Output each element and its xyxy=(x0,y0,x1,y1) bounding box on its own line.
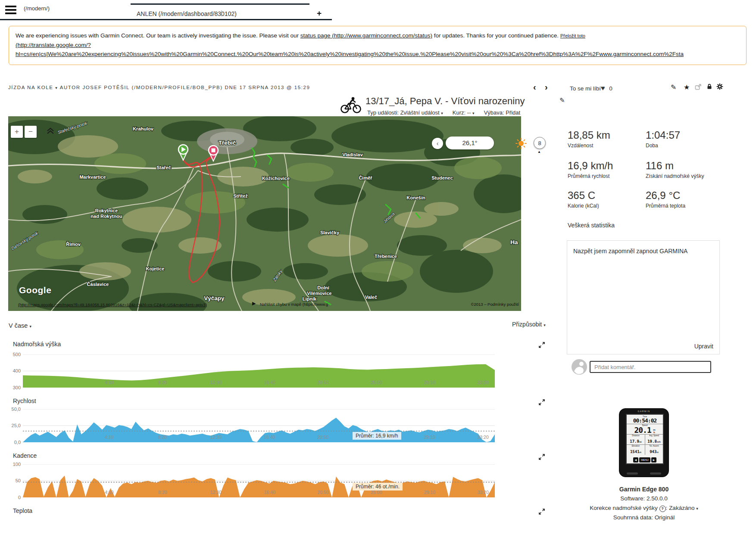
share-icon[interactable] xyxy=(695,84,702,92)
weather-back-chevron[interactable]: ‹ xyxy=(432,138,443,149)
likes[interactable]: To se mi líbí♥ 0 xyxy=(570,84,612,92)
device-elev-correction[interactable]: Korekce nadmořské výšky ?: Zakázáno ▾ xyxy=(549,505,739,512)
google-logo[interactable]: Google xyxy=(19,285,51,295)
status-page-link[interactable]: status page (http://www.garminconnect.co… xyxy=(300,32,432,39)
menu-icon[interactable] xyxy=(5,4,16,16)
favorite-star-icon[interactable]: ★ xyxy=(684,83,690,91)
expand-chart-icon[interactable] xyxy=(539,454,545,462)
stat-elevgain-label: Získání nadmořské výšky xyxy=(646,173,704,179)
expand-chart-icon[interactable] xyxy=(539,509,545,516)
course-dropdown[interactable]: Kurz: -- ▾ xyxy=(453,109,475,116)
tab-divider: | xyxy=(221,9,222,16)
x-tick: 29:10 xyxy=(424,380,435,385)
x-tick: 12:30 xyxy=(210,435,222,440)
x-tick: 25:00 xyxy=(371,380,382,385)
x-tick: 33:20 xyxy=(477,380,488,385)
device-image: GARMIN Time 00:54:02 Speed 20.1 mh Dista… xyxy=(619,408,669,477)
chart-title-elevation: Nadmořská výška xyxy=(13,341,61,348)
y-tick: 50,0 xyxy=(4,407,21,412)
stat-time-value: 1:04:57 xyxy=(646,129,680,141)
x-tick: 8:20 xyxy=(158,380,167,385)
notes-box[interactable]: Nazpět jsem zapomněl zapnout GARMINA Upr… xyxy=(567,240,720,354)
stat-avgtemp-value: 26,9 °C xyxy=(646,189,680,202)
gear-add-link[interactable]: Výbava: Přidat xyxy=(484,109,521,116)
activity-breadcrumb: JÍZDA NA KOLE ▾ AUTOR JOSEF POTĚŠIL (/MO… xyxy=(8,83,353,93)
breadcrumb-home[interactable]: (/modern/) xyxy=(24,5,50,12)
device-menu-button: MENU xyxy=(639,457,650,463)
bike-icon xyxy=(341,96,361,115)
zoom-in-button[interactable]: + xyxy=(11,126,23,138)
activity-meta: Typ události: Zvláštní událost ▾ Kurz: -… xyxy=(367,109,520,116)
edit-note-button[interactable]: Upravit xyxy=(694,343,713,350)
x-tick: 4:10 xyxy=(105,490,114,495)
activity-type-dropdown[interactable]: JÍZDA NA KOLE xyxy=(8,85,53,90)
weather-badge[interactable]: 8 xyxy=(534,137,546,149)
chart-mode-dropdown[interactable]: V čase ▾ xyxy=(9,322,31,329)
gear-icon[interactable] xyxy=(716,83,723,92)
y-tick: 300 xyxy=(4,385,21,390)
map-url-link[interactable]: (http://maps.google.com/maps?ll=49.18405… xyxy=(18,302,207,307)
device-brand: GARMIN xyxy=(619,410,669,413)
stop-icon xyxy=(212,149,216,152)
heart-icon: ♥ xyxy=(601,84,605,92)
x-tick: 12:30 xyxy=(210,490,222,495)
map[interactable]: Stařečský potokDašovský potokJihlavaZáto… xyxy=(8,116,521,311)
weather-temp[interactable]: 26,1° xyxy=(446,137,494,149)
speed-average-label: Průměr: 16,9 km/h xyxy=(353,432,401,440)
x-tick: 16:40 xyxy=(264,380,275,385)
event-type-dropdown[interactable]: Typ události: Zvláštní událost ▾ xyxy=(367,109,443,116)
cadence-average-label: Průměr: 46 ot./min. xyxy=(353,483,403,491)
weather-badge-arrow-icon: ▲ xyxy=(537,150,541,154)
y-tick: 100 xyxy=(4,462,21,467)
translate-url-line1[interactable]: (http://translate.google.com/? xyxy=(16,40,740,50)
expand-chart-icon[interactable] xyxy=(539,399,545,407)
device-name[interactable]: Garmin Edge 800 xyxy=(575,486,713,493)
device-prev-button: ◀ xyxy=(633,457,639,463)
edit-icon[interactable]: ✎ xyxy=(671,83,676,91)
device-summary-data: Souhrnná data: Originál xyxy=(575,514,713,521)
x-tick: 20:50 xyxy=(317,490,328,495)
chart-title-temperature: Teplota xyxy=(13,507,32,514)
stat-avgtemp-label: Průměrná teplota xyxy=(646,203,685,209)
help-icon[interactable]: ? xyxy=(659,506,666,512)
speed-chart[interactable]: 4:108:2012:3016:4020:5025:0029:1033:20 xyxy=(23,409,495,444)
all-statistics-link[interactable]: Veškerá statistika xyxy=(568,222,615,229)
next-activity-button[interactable]: › xyxy=(545,82,548,92)
start-marker[interactable] xyxy=(178,145,188,160)
note-text: Nazpět jsem zapomněl zapnout GARMINA xyxy=(573,248,687,255)
new-tab-button[interactable]: + xyxy=(317,9,322,18)
map-attribution[interactable]: ©2013 – Podmínky použití xyxy=(428,302,519,307)
chart-customize-dropdown[interactable]: Přizpůsobit ▾ xyxy=(512,321,546,328)
stat-distance-label: Vzdálenost xyxy=(568,143,593,149)
stat-time-label: Doba xyxy=(646,143,658,149)
expand-chart-icon[interactable] xyxy=(539,342,545,350)
cadence-chart[interactable]: 4:108:2012:3016:4020:5025:0029:1033:20 xyxy=(23,464,495,499)
edit-title-icon[interactable]: ✎ xyxy=(559,96,565,104)
chevron-down-icon: ▾ xyxy=(55,86,58,90)
sun-icon xyxy=(515,138,527,151)
stat-distance-value: 18,85 km xyxy=(568,129,610,141)
device-next-button: ▶ xyxy=(651,457,657,463)
translate-link[interactable]: Přeložit toto xyxy=(560,33,585,38)
y-tick: 50 xyxy=(4,478,21,483)
elevation-chart[interactable]: 4:108:2012:3016:4020:5025:0029:1033:20 xyxy=(23,354,495,389)
prev-activity-button[interactable]: ‹ xyxy=(533,82,536,92)
device-software: Software: 2.50.0.0 xyxy=(575,495,713,502)
report-map-error-link[interactable]: Nahlásit chybu v mapě (https://www.g xyxy=(260,302,328,307)
y-tick: 500 xyxy=(4,352,21,357)
y-tick: 0,0 xyxy=(4,440,21,445)
avatar xyxy=(572,359,587,376)
animate-route-play-icon[interactable]: ▶ xyxy=(252,301,256,306)
activity-title: 13/17_Já, Pepa V. - Víťovi narozeniny xyxy=(366,96,525,107)
likes-count: 0 xyxy=(609,85,612,92)
lock-icon[interactable] xyxy=(706,83,713,92)
zoom-out-button[interactable]: − xyxy=(25,126,37,138)
end-marker[interactable] xyxy=(209,146,218,161)
translate-url-line2[interactable]: hl=cs#en|cs|We%20are%20experiencing%20is… xyxy=(16,50,756,59)
stat-calories-value: 365 C xyxy=(568,189,595,202)
activity-author-date[interactable]: AUTOR JOSEF POTĚŠIL (/MODERN/PROFILE/BOB… xyxy=(60,85,310,90)
device-speed: 20.1 xyxy=(634,425,651,435)
tab-dot: · xyxy=(225,12,227,18)
x-tick: 8:20 xyxy=(158,490,167,495)
comment-input[interactable] xyxy=(590,361,711,373)
